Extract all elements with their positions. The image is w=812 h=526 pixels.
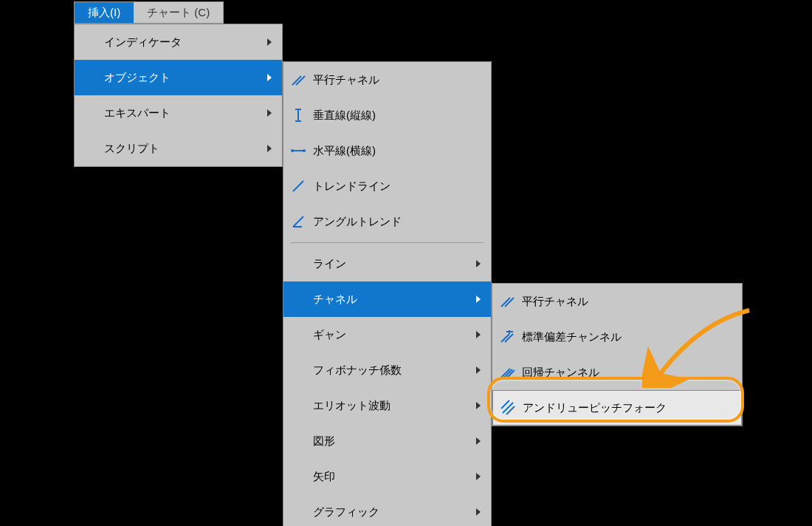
mi-graphic-label: グラフィック	[313, 505, 379, 519]
mi-andrews-pitchfork[interactable]: アンドリューピッチフォーク	[492, 390, 742, 426]
mi-parallel-channel[interactable]: 平行チャネル	[283, 62, 491, 98]
mi-shapes-label: 図形	[313, 434, 335, 448]
menu-tab-chart[interactable]: チャート (C)	[134, 2, 223, 23]
mi-fibonacci[interactable]: フィボナッチ係数	[283, 352, 491, 388]
mi-arrows-label: 矢印	[313, 470, 335, 484]
chevron-right-icon	[476, 331, 481, 338]
chevron-right-icon	[476, 296, 481, 303]
chevron-right-icon	[476, 473, 481, 480]
mi-channel-regression-label: 回帰チャンネル	[522, 366, 599, 380]
mi-fibonacci-label: フィボナッチ係数	[313, 363, 402, 378]
horizontal-line-icon	[289, 142, 307, 160]
mi-elliott-label: エリオット波動	[313, 399, 390, 413]
mi-indicators[interactable]: インディケータ	[75, 24, 282, 60]
trendline-icon	[289, 177, 307, 195]
mi-vertical-line-label: 垂直線(縦線)	[313, 109, 376, 123]
separator	[291, 242, 484, 243]
mi-trendline-label: トレンドライン	[313, 180, 390, 194]
mi-objects[interactable]: オブジェクト	[75, 60, 282, 95]
andrews-pitchfork-icon	[499, 399, 517, 417]
mi-arrows[interactable]: 矢印	[283, 459, 491, 494]
mi-channel-regression[interactable]: 回帰チャンネル	[492, 355, 742, 390]
chevron-right-icon	[267, 38, 272, 46]
parallel-channel-icon	[498, 293, 516, 310]
menu-channel: 平行チャネル 標準偏差チャンネル 回帰チャンネル アンドリューピッチフォーク	[492, 283, 743, 426]
mi-horizontal-line[interactable]: 水平線(横線)	[283, 133, 491, 168]
mi-shapes[interactable]: 図形	[283, 423, 491, 459]
svg-line-20	[503, 403, 513, 413]
svg-line-8	[293, 181, 303, 191]
svg-point-7	[303, 149, 306, 152]
mi-scripts[interactable]: スクリプト	[75, 131, 282, 166]
menu-tab-chart-label: チャート (C)	[147, 6, 210, 20]
mi-graphic[interactable]: グラフィック	[283, 494, 491, 526]
chevron-right-icon	[476, 402, 481, 409]
chevron-right-icon	[476, 366, 481, 374]
angle-trend-icon	[289, 213, 307, 230]
mi-channel-stddev-label: 標準偏差チャンネル	[522, 330, 622, 344]
mi-angle-trend-label: アングルトレンド	[313, 215, 402, 229]
mi-channel-stddev[interactable]: 標準偏差チャンネル	[492, 319, 742, 355]
mi-horizontal-line-label: 水平線(横線)	[313, 144, 376, 158]
mi-parallel-channel-label: 平行チャネル	[313, 73, 379, 87]
mi-andrews-pitchfork-label: アンドリューピッチフォーク	[523, 401, 667, 415]
mi-vertical-line[interactable]: 垂直線(縦線)	[283, 98, 491, 133]
mi-experts-label: エキスパート	[104, 106, 171, 120]
menu-insert: インディケータ オブジェクト エキスパート スクリプト	[74, 24, 283, 167]
mi-angle-trend[interactable]: アングルトレンド	[283, 204, 491, 239]
mi-experts[interactable]: エキスパート	[75, 95, 282, 131]
mi-objects-label: オブジェクト	[104, 71, 171, 85]
menu-tab-insert[interactable]: 挿入(I)	[75, 2, 134, 23]
mi-scripts-label: スクリプト	[104, 142, 159, 156]
stddev-channel-icon	[498, 328, 516, 346]
chevron-right-icon	[267, 74, 272, 81]
menubar: 挿入(I) チャート (C)	[74, 1, 224, 24]
vertical-line-icon	[289, 106, 307, 124]
mi-channel[interactable]: チャネル	[283, 281, 491, 317]
mi-gann-label: ギャン	[313, 328, 346, 342]
mi-channel-parallel-label: 平行チャネル	[522, 295, 588, 309]
mi-line[interactable]: ライン	[283, 246, 491, 281]
mi-gann[interactable]: ギャン	[283, 317, 491, 352]
mi-line-label: ライン	[313, 257, 346, 271]
svg-point-6	[291, 149, 294, 152]
mi-indicators-label: インディケータ	[104, 35, 182, 49]
mi-channel-parallel[interactable]: 平行チャネル	[492, 284, 742, 319]
regression-channel-icon	[498, 363, 516, 381]
chevron-right-icon	[476, 437, 481, 445]
chevron-right-icon	[476, 260, 481, 267]
parallel-channel-icon	[289, 71, 307, 89]
mi-channel-label: チャネル	[313, 293, 357, 307]
menu-tab-insert-label: 挿入(I)	[88, 6, 120, 20]
menu-objects: 平行チャネル 垂直線(縦線) 水平線(横線) トレンドライン アングルトレンド …	[283, 61, 492, 526]
chevron-right-icon	[267, 109, 272, 117]
svg-line-9	[293, 216, 303, 227]
chevron-right-icon	[267, 145, 272, 152]
mi-elliott[interactable]: エリオット波動	[283, 388, 491, 423]
mi-trendline[interactable]: トレンドライン	[283, 168, 491, 204]
chevron-right-icon	[476, 508, 481, 516]
